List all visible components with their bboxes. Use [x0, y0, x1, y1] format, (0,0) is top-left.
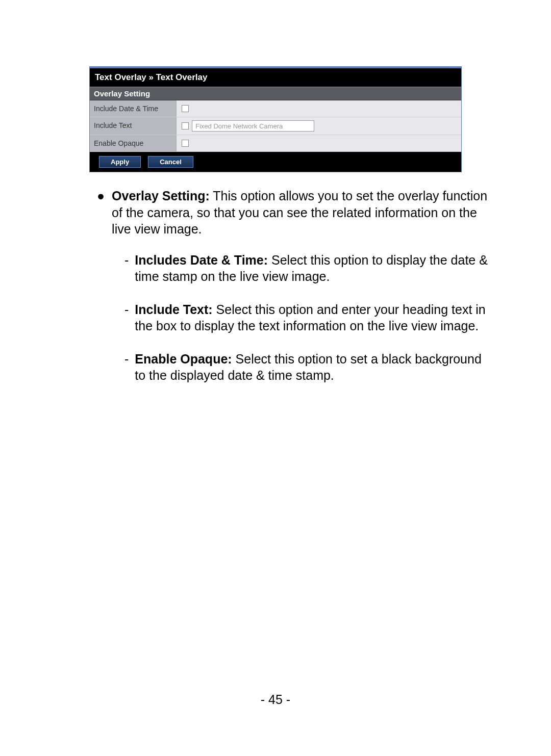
sub-bullet-text: Includes Date & Time: Select this option… [135, 252, 495, 285]
section-header: Overlay Setting [90, 87, 461, 100]
main-bullet-label: Overlay Setting: [112, 189, 210, 203]
setting-label: Enable Opaque [90, 135, 177, 151]
sub-bullet-text: Include Text: Select this option and ent… [135, 301, 495, 334]
description-block: ● Overlay Setting: This option allows yo… [97, 188, 495, 384]
checkbox-include-date-time[interactable] [182, 105, 189, 112]
sub-bullet-label: Includes Date & Time: [135, 253, 268, 267]
setting-value-cell [177, 100, 461, 117]
setting-label: Include Date & Time [90, 100, 177, 117]
sub-bullet-enable-opaque: - Enable Opaque: Select this option to s… [124, 351, 495, 384]
setting-value-cell [177, 135, 461, 151]
sub-bullet-date-time: - Includes Date & Time: Select this opti… [124, 252, 495, 285]
setting-label: Include Text [90, 117, 177, 135]
page-number: - 45 - [0, 692, 551, 707]
dash-icon: - [124, 351, 129, 384]
config-panel: Text Overlay » Text Overlay Overlay Sett… [89, 66, 462, 172]
breadcrumb: Text Overlay » Text Overlay [90, 67, 461, 87]
sub-bullet-include-text: - Include Text: Select this option and e… [124, 301, 495, 334]
setting-row-enable-opaque: Enable Opaque [90, 135, 461, 152]
sub-bullet-text: Enable Opaque: Select this option to set… [135, 351, 495, 384]
sub-bullet-label: Include Text: [135, 302, 212, 317]
main-bullet: ● Overlay Setting: This option allows yo… [97, 188, 495, 238]
main-bullet-text: Overlay Setting: This option allows you … [112, 188, 495, 238]
setting-value-cell [177, 117, 461, 135]
button-row: Apply Cancel [90, 152, 461, 172]
bullet-icon: ● [97, 188, 105, 238]
overlay-text-input[interactable] [192, 120, 314, 132]
dash-icon: - [124, 301, 129, 334]
cancel-button[interactable]: Cancel [148, 156, 193, 168]
apply-button[interactable]: Apply [99, 156, 141, 168]
setting-row-date-time: Include Date & Time [90, 100, 461, 117]
checkbox-include-text[interactable] [182, 122, 189, 129]
checkbox-enable-opaque[interactable] [182, 140, 189, 147]
setting-row-include-text: Include Text [90, 117, 461, 135]
dash-icon: - [124, 252, 129, 285]
sub-bullet-label: Enable Opaque: [135, 352, 232, 366]
